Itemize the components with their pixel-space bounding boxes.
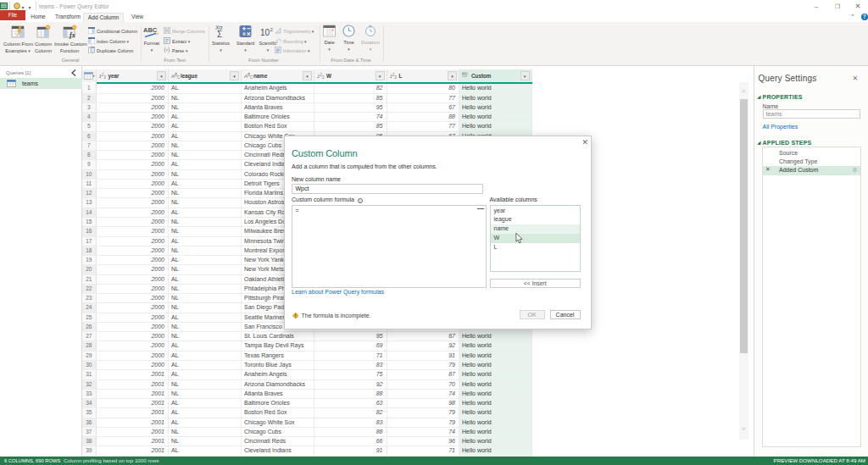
svg-text:.0: .0 (275, 39, 278, 44)
svg-text:ABC: ABC (143, 26, 158, 34)
svg-text:2: 2 (270, 26, 274, 31)
svg-text:10: 10 (260, 28, 270, 37)
svg-text:Σ: Σ (217, 30, 222, 38)
svg-text:fx: fx (70, 30, 75, 38)
